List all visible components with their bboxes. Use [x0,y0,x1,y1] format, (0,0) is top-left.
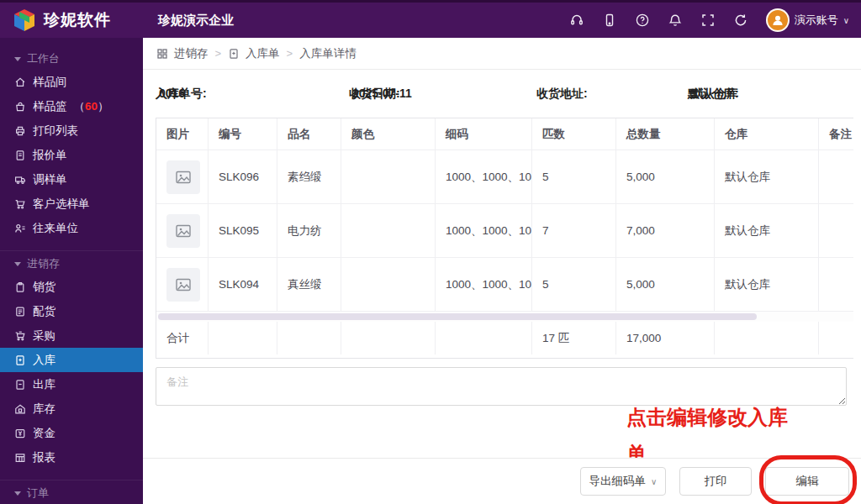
breadcrumb-inbound-order[interactable]: 入库单 [246,46,280,61]
summary-total: 17,000 [616,322,715,354]
cell-code: SLK094 [209,258,277,312]
sidebar-item-purchasing[interactable]: 采购 [0,323,143,348]
product-image-placeholder[interactable] [166,214,200,248]
chevron-down-icon: ∨ [843,16,849,25]
top-bar: 珍妮软件 珍妮演示企业 [0,0,861,38]
cell-sizes: 1000、1000、1000 [436,258,532,312]
cell-warehouse: 默认仓库 [715,150,819,204]
sidebar-section-header-workbench[interactable]: 工作台 [0,48,143,70]
cell-remark [819,258,853,312]
shopping-cart-icon [14,198,26,210]
headset-support-icon[interactable] [569,13,584,28]
column-header-color: 颜色 [341,118,436,150]
summary-pieces: 17 匹 [532,322,616,354]
home-icon [14,76,26,88]
refresh-icon[interactable] [733,13,748,28]
user-name: 演示账号 [795,13,838,28]
horizontal-scrollbar[interactable] [156,312,853,322]
sidebar-item-sample-transfer[interactable]: 调样单 [0,167,143,192]
table-header-row: 图片 编号 品名 颜色 细码 匹数 总数量 仓库 备注 [156,118,853,150]
cell-color [341,204,436,258]
sidebar-section-header-orders[interactable]: 订单 [0,482,143,504]
breadcrumb-current: 入库单详情 [299,46,357,61]
cell-remark [819,150,853,204]
receive-date: 收货日期: 2025-07-11 [349,87,352,100]
printer-icon [14,125,26,137]
caret-down-icon [14,262,21,266]
app-window: 珍妮软件 珍妮演示企业 [0,0,861,504]
truck-icon [14,174,26,186]
export-size-sheet-button[interactable]: 导出细码单 ∨ [580,467,666,496]
print-button[interactable]: 打印 [679,467,752,496]
sidebar-item-funds[interactable]: 资金 [0,421,143,445]
horizontal-scrollbar-thumb[interactable] [158,313,757,320]
logo-cube-icon [12,8,37,33]
sidebar-item-business-partners[interactable]: 往来单位 [0,216,143,240]
column-header-warehouse: 仓库 [715,118,819,150]
cell-name: 真丝缎 [277,258,341,312]
sidebar-section-inventory: 进销存 销货 配货 [0,250,143,470]
sidebar-item-inbound[interactable]: 入库 [0,348,143,372]
cell-total: 7,000 [616,204,715,258]
mobile-app-icon[interactable] [602,13,617,28]
document-plus-icon [14,354,26,366]
chevron-down-icon: ∨ [651,477,657,486]
order-number: 入库单号: 0016 [156,87,159,100]
document-icon [14,150,26,161]
sidebar-item-sample-room[interactable]: 样品间 [0,70,143,94]
clipboard-icon [14,281,26,293]
document-minus-icon [14,379,26,391]
edit-button[interactable]: 编辑 [765,467,849,496]
cell-color [341,150,436,204]
sidebar-item-sales[interactable]: 销货 [0,275,143,299]
cell-name: 素绉缎 [277,150,341,204]
money-icon [14,428,26,439]
product-image-placeholder[interactable] [166,160,200,194]
sidebar-item-allocation[interactable]: 配货 [0,299,143,323]
column-header-pieces: 匹数 [532,118,616,150]
column-header-remark: 备注 [819,118,853,150]
list-document-icon [14,306,26,318]
breadcrumb-separator: > [286,47,294,60]
column-header-image: 图片 [156,118,209,150]
product-image-placeholder[interactable] [166,268,200,302]
table-summary-row: 合计 17 匹 17,000 [156,322,853,354]
sidebar-item-outbound[interactable]: 出库 [0,372,143,396]
breadcrumb-inventory[interactable]: 进销存 [174,46,209,61]
sidebar-item-quotation[interactable]: 报价单 [0,143,143,167]
cell-code: SLK095 [209,204,277,258]
sidebar-item-stock[interactable]: 库存 [0,396,143,421]
cell-name: 电力纺 [277,204,341,258]
cell-pieces: 5 [532,150,616,204]
cell-warehouse: 默认仓库 [715,204,819,258]
cell-warehouse: 默认仓库 [715,258,819,312]
sidebar-item-customer-selection[interactable]: 客户选样单 [0,192,143,216]
app-logo[interactable]: 珍妮软件 [0,8,143,33]
sidebar-section-header-inventory[interactable]: 进销存 [0,253,143,275]
sidebar-item-sample-basket[interactable]: 样品篮 （60） [0,94,143,118]
caret-down-icon [14,491,21,496]
sidebar-item-reports[interactable]: 报表 [0,445,143,470]
basket-count-badge: 60 [85,100,98,113]
cell-total: 5,000 [616,258,715,312]
basket-icon [14,101,26,113]
user-menu[interactable]: 演示账号 ∨ [766,8,849,32]
cell-sizes: 1000、1000、1000 [436,204,532,258]
cart-full-icon [14,330,26,342]
user-avatar [766,8,790,32]
breadcrumb-separator: > [214,47,223,60]
sidebar-nav: 工作台 样品间 样品篮 （60） [0,38,143,504]
sidebar-item-print-list[interactable]: 打印列表 [0,118,143,143]
notifications-bell-icon[interactable] [668,13,683,28]
basket-count-wrap: （60） [74,99,109,114]
cell-remark [819,204,853,258]
column-header-name: 品名 [277,118,341,150]
fullscreen-icon[interactable] [700,13,716,28]
breadcrumb: 进销存 > 入库单 > 入库单详情 [143,38,861,70]
cell-total: 5,000 [616,150,715,204]
help-icon[interactable] [635,13,650,28]
topbar-actions: 演示账号 ∨ [569,8,861,32]
sidebar-section-orders: 订单 订单管理 [0,480,143,504]
logo-text: 珍妮软件 [44,9,111,31]
cell-sizes: 1000、1000、1000 [436,150,532,204]
